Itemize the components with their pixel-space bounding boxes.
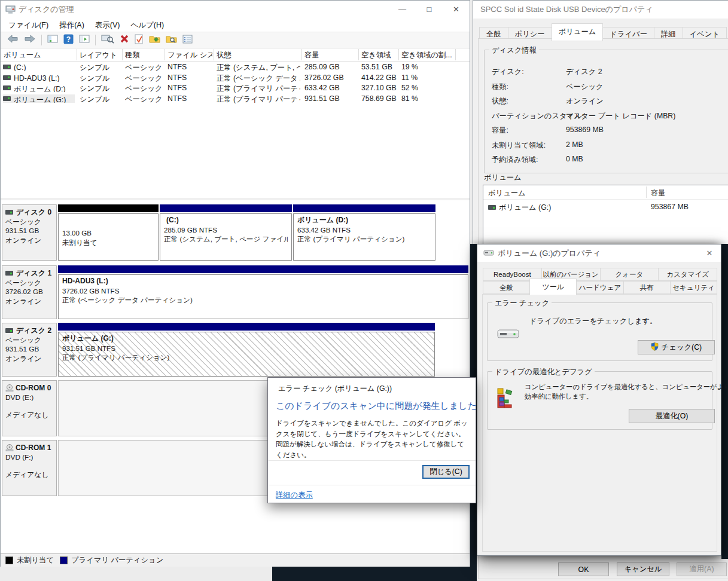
cell-status: 正常 (システム, ブート, ペー... (217, 63, 300, 73)
window-title: ディスクの管理 (19, 4, 74, 15)
menu-action[interactable]: 操作(A) (54, 19, 90, 32)
optimize-button[interactable]: 最適化(O) (629, 409, 715, 423)
close-button[interactable]: ✕ (443, 1, 470, 18)
list-header-capacity[interactable]: 容量 (651, 188, 666, 198)
cell-type: ベーシック (125, 84, 163, 94)
tab-sharing[interactable]: 共有 (623, 281, 671, 294)
partition-g-selected[interactable]: ボリューム (G:) 931.51 GB NTFS 正常 (プライマリ パーティ… (58, 323, 435, 377)
tab-hardware[interactable]: ハードウェア (576, 281, 623, 294)
show-details-link[interactable]: 詳細の表示 (276, 490, 313, 500)
defrag-icon (496, 385, 516, 414)
delete-icon[interactable] (120, 34, 129, 46)
menu-help[interactable]: ヘルプ(H) (125, 19, 169, 32)
disk-name: ディスク 0 (16, 208, 51, 216)
partition-d[interactable]: ボリューム (D:) 633.42 GB NTFS 正常 (プライマリ パーティ… (293, 204, 435, 261)
partition-name: (C:) (164, 216, 288, 225)
toolbar: ? (1, 32, 470, 48)
close-icon[interactable]: ✕ (700, 246, 718, 260)
back-icon[interactable] (7, 34, 19, 46)
column-header-volume[interactable]: ボリューム (4, 48, 74, 61)
title-bar[interactable]: ディスクの管理 — □ ✕ (1, 1, 470, 19)
console-tree-icon[interactable] (47, 35, 58, 46)
disk-0-header[interactable]: ディスク 0 ベーシック 931.51 GB オンライン (2, 204, 57, 261)
computer-search-icon[interactable] (101, 34, 114, 46)
help-icon[interactable]: ? (63, 34, 74, 47)
dialog-title: ボリューム (G:)のプロパティ (498, 248, 601, 259)
column-header-layout[interactable]: レイアウト (80, 48, 121, 61)
cell-volume: (C:) (14, 63, 26, 71)
show-console-icon[interactable] (79, 35, 90, 46)
tab-volumes[interactable]: ボリューム (552, 23, 604, 41)
defrag-description-line1: コンピューターのドライブを最適化すると、コンピューターがより (525, 383, 728, 392)
column-header-capacity[interactable]: 容量 (304, 48, 357, 61)
list-header-volume[interactable]: ボリューム (488, 188, 526, 198)
cdrom-0-header[interactable]: CD-ROM 0 DVD (E:) メディアなし (2, 380, 57, 436)
app-icon (5, 5, 16, 17)
tab-security[interactable]: セキュリティ (670, 281, 717, 294)
apply-button[interactable]: 適用(A) (677, 562, 727, 576)
forward-icon[interactable] (24, 34, 36, 46)
tab-customize[interactable]: カスタマイズ (658, 268, 717, 281)
close-dialog-button[interactable]: 閉じる(C) (422, 465, 470, 479)
disk-1-row: ディスク 1 ベーシック 3726.02 GB オンライン HD-ADU3 (L… (2, 265, 468, 319)
column-header-free[interactable]: 空き領域 (361, 48, 397, 61)
list-header-divider (646, 186, 647, 198)
folder-up-icon[interactable] (149, 35, 160, 46)
partition-size: 3726.02 GB NTFS (62, 286, 464, 296)
table-row[interactable]: ボリューム (D:) シンプル ベーシック NTFS 正常 (プライマリ パーテ… (1, 83, 470, 94)
partition-name: ボリューム (G:) (62, 334, 431, 344)
column-header-free-pct[interactable]: 空き領域の割... (401, 48, 454, 61)
defrag-description-line2: 効率的に動作します。 (525, 392, 593, 401)
ok-button[interactable]: OK (558, 562, 609, 576)
options-list-icon[interactable] (182, 35, 193, 46)
minimize-button[interactable]: — (389, 1, 416, 18)
disk-1-header[interactable]: ディスク 1 ベーシック 3726.02 GB オンライン (2, 265, 57, 319)
cell-free-pct: 19 % (401, 63, 437, 71)
check-button[interactable]: チェック(C) (638, 340, 715, 354)
check-document-icon[interactable] (135, 34, 144, 47)
partition-unallocated[interactable]: 13.00 GB 未割り当て (58, 204, 159, 261)
column-header-filesystem[interactable]: ファイル システム (167, 48, 212, 61)
field-value: ディスク 2 (566, 67, 602, 77)
table-row[interactable]: (C:) シンプル ベーシック NTFS 正常 (システム, ブート, ペー..… (1, 62, 470, 73)
cell-layout: シンプル (80, 74, 120, 84)
cell-status: 正常 (プライマリ パーティシ... (217, 84, 300, 94)
cdrom-1-header[interactable]: CD-ROM 1 DVD (F:) メディアなし (2, 440, 57, 496)
table-row-selected[interactable]: ボリューム (G:) シンプル ベーシック NTFS 正常 (プライマリ パーテ… (1, 94, 470, 105)
cell-free: 414.22 GB (361, 74, 397, 82)
desktop-dark-area (721, 244, 728, 559)
partition-size: 931.51 GB NTFS (62, 344, 431, 353)
cell-fs: NTFS (167, 94, 212, 103)
list-item[interactable]: ボリューム (G:) 953867 MB (483, 201, 728, 212)
field-value: オンライン (566, 96, 604, 106)
uac-shield-icon (651, 342, 659, 353)
menu-file[interactable]: ファイル(F) (3, 19, 54, 32)
field-value: マスター ブート レコード (MBR) (566, 111, 675, 121)
disk-2-header[interactable]: ディスク 2 ベーシック 931.51 GB オンライン (2, 323, 57, 377)
partition-color-bar (293, 204, 435, 212)
title-bar[interactable]: SPCC Sol id State Disk USB Deviceのプロパティ (473, 1, 728, 19)
tab-general[interactable]: 全般 (483, 281, 530, 294)
volume-icon (3, 75, 11, 80)
title-bar[interactable]: ボリューム (G:)のプロパティ ✕ (477, 244, 721, 262)
disk-size: 3726.02 GB (5, 288, 54, 297)
drive-icon (497, 327, 520, 343)
field-label: 未割り当て領域: (492, 140, 546, 151)
header-divider (122, 49, 123, 60)
volume-list: ボリューム 容量 ボリューム (G:) 953867 MB (483, 185, 728, 252)
column-header-type[interactable]: 種類 (125, 48, 163, 61)
column-header-status[interactable]: 状態 (217, 48, 300, 61)
cancel-button[interactable]: キャンセル (617, 562, 669, 576)
disk-name: ディスク 1 (16, 269, 51, 277)
partition-c[interactable]: (C:) 285.09 GB NTFS 正常 (システム, ブート, ページ フ… (160, 204, 292, 261)
disk-status: オンライン (5, 236, 54, 246)
tab-quota[interactable]: クォータ (600, 268, 659, 281)
disk-icon (5, 271, 13, 276)
tab-tools[interactable]: ツール (529, 279, 577, 295)
table-row[interactable]: HD-ADU3 (L:) シンプル ベーシック NTFS 正常 (ベーシック デ… (1, 73, 470, 84)
header-divider (77, 49, 77, 60)
menu-view[interactable]: 表示(V) (90, 19, 126, 32)
folder-search-icon[interactable] (166, 35, 177, 46)
maximize-button[interactable]: □ (416, 1, 443, 18)
partition-l[interactable]: HD-ADU3 (L:) 3726.02 GB NTFS 正常 (ベーシック デ… (58, 265, 468, 319)
